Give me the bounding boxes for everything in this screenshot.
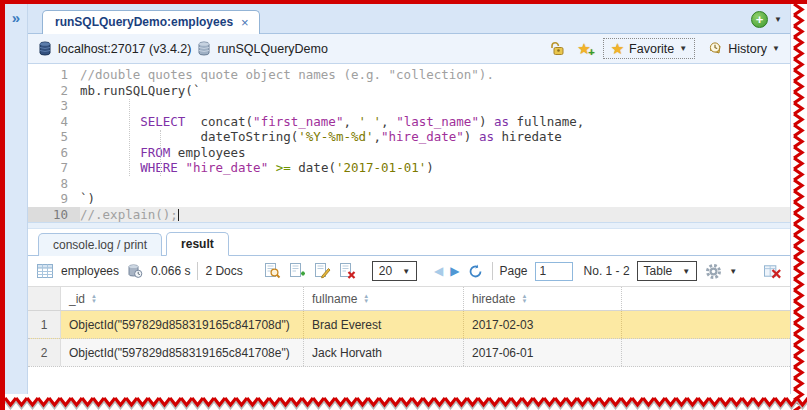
- code-line-6[interactable]: 6 FROM employees: [28, 145, 790, 161]
- code-line-7[interactable]: 7 WHERE "hire_date" >= date('2017-01-01'…: [28, 160, 790, 176]
- tab-label: runSQLQueryDemo:employees: [55, 15, 233, 29]
- page-label: Page: [500, 264, 528, 278]
- code-editor[interactable]: 1//double quotes quote object names (e.g…: [28, 64, 790, 222]
- line-number: 5: [28, 129, 80, 145]
- tab-bar-actions: + ▼: [751, 11, 782, 33]
- indent-guide: [160, 130, 161, 176]
- torn-edge-bottom: [5, 394, 807, 410]
- table-cell[interactable]: Jack Horvath: [304, 339, 464, 366]
- empty-area: [28, 367, 790, 394]
- left-sidebar: »: [5, 4, 28, 394]
- favorite-button[interactable]: ★ Favorite ▼: [603, 38, 696, 59]
- database-name[interactable]: runSQLQueryDemo: [217, 42, 327, 56]
- toolbar-divider: [197, 262, 198, 280]
- result-tab-strip: console.log / print result: [28, 229, 790, 256]
- connection-bar-actions: ★+ ★ Favorite ▼ History ▼: [549, 38, 780, 59]
- panel-splitter[interactable]: [28, 222, 790, 229]
- elapsed-time: 0.066 s: [151, 264, 190, 278]
- next-page-icon[interactable]: ▶: [450, 264, 459, 278]
- delete-document-icon[interactable]: [339, 262, 357, 280]
- sort-icon[interactable]: ▲▼: [363, 294, 369, 304]
- close-tab-icon[interactable]: ×: [241, 16, 249, 29]
- page-size-dropdown-icon: ▼: [402, 267, 410, 276]
- table-row-1[interactable]: 1ObjectId("597829d858319165c841708d")Bra…: [28, 311, 790, 339]
- app-window: » runSQLQueryDemo:employees × + ▼: [5, 4, 791, 394]
- add-document-icon[interactable]: [289, 262, 307, 280]
- line-number: 2: [28, 83, 80, 99]
- column-header-hiredate[interactable]: hiredate▲▼: [464, 287, 622, 310]
- view-document-icon[interactable]: [264, 262, 282, 280]
- code-line-2[interactable]: 2mb.runSQLQuery(`: [28, 83, 790, 99]
- history-dropdown-icon: ▼: [772, 44, 780, 53]
- refresh-icon[interactable]: [467, 262, 485, 280]
- code-line-4[interactable]: 4 SELECT concat("first_name", ' ', "last…: [28, 114, 790, 130]
- code-line-3[interactable]: 3: [28, 98, 790, 114]
- table-cell[interactable]: 2017-02-03: [464, 311, 622, 338]
- line-number: 8: [28, 176, 80, 192]
- column-header-id[interactable]: _id▲▼: [61, 287, 304, 310]
- column-label: hiredate: [472, 292, 515, 306]
- tab-runsqlquerydemo-employees[interactable]: runSQLQueryDemo:employees ×: [42, 10, 260, 34]
- line-number: 1: [28, 67, 80, 83]
- table-row-2[interactable]: 2ObjectId("597829d858319165c841708e")Jac…: [28, 339, 790, 367]
- view-mode-value: Table: [644, 264, 673, 278]
- settings-gear-icon[interactable]: [704, 262, 722, 280]
- view-mode-dropdown-icon: ▼: [682, 267, 690, 276]
- line-number: 4: [28, 114, 80, 130]
- indent-guide: [129, 99, 130, 176]
- prev-page-icon[interactable]: ◀: [434, 264, 443, 278]
- code-line-8[interactable]: 8: [28, 176, 790, 192]
- new-tab-dropdown-icon[interactable]: ▼: [774, 15, 782, 24]
- doc-count: 2 Docs: [205, 264, 242, 278]
- collection-name[interactable]: employees: [61, 264, 119, 278]
- main-area: runSQLQueryDemo:employees × + ▼ localhos…: [28, 4, 790, 394]
- table-cell[interactable]: 2017-06-01: [464, 339, 622, 366]
- table-cell[interactable]: ObjectId("597829d858319165c841708d"): [61, 311, 304, 338]
- elapsed-time-icon: [126, 262, 144, 280]
- row-number: 1: [28, 311, 61, 338]
- code-line-1[interactable]: 1//double quotes quote object names (e.g…: [28, 67, 790, 83]
- new-tab-button[interactable]: +: [751, 11, 768, 28]
- line-number: 6: [28, 145, 80, 161]
- code-line-9[interactable]: 9`): [28, 191, 790, 207]
- history-button[interactable]: History ▼: [707, 41, 780, 56]
- favorite-label: Favorite: [629, 42, 674, 56]
- tab-console-log[interactable]: console.log / print: [38, 233, 162, 256]
- line-number: 7: [28, 160, 80, 176]
- database-icon: [197, 41, 211, 56]
- history-clock-icon: [707, 41, 723, 56]
- column-label: _id: [69, 292, 85, 306]
- page-size-value: 20: [379, 264, 392, 278]
- page-number-input[interactable]: [535, 262, 573, 281]
- column-label: fullname: [312, 292, 357, 306]
- text-caret: [178, 209, 179, 221]
- line-number: 10: [28, 207, 80, 223]
- code-line-10[interactable]: 10//.explain();: [28, 207, 790, 223]
- hide-result-icon[interactable]: [764, 262, 782, 280]
- tab-result[interactable]: result: [166, 232, 229, 256]
- expand-sidebar-icon[interactable]: »: [12, 9, 20, 26]
- sort-icon[interactable]: ▲▼: [91, 294, 97, 304]
- row-number: 2: [28, 339, 61, 366]
- row-range: No. 1 - 2: [584, 264, 630, 278]
- code-line-5[interactable]: 5 dateToString('%Y-%m-%d',"hire_date") a…: [28, 129, 790, 145]
- collection-grid-icon: [36, 262, 54, 280]
- table-cell[interactable]: Brad Everest: [304, 311, 464, 338]
- unlock-icon[interactable]: [549, 41, 565, 56]
- page-size-select[interactable]: 20 ▼: [372, 261, 417, 281]
- edit-document-icon[interactable]: [314, 262, 332, 280]
- table-cell[interactable]: ObjectId("597829d858319165c841708e"): [61, 339, 304, 366]
- result-toolbar: employees 0.066 s 2 Docs: [28, 256, 790, 287]
- settings-dropdown-icon[interactable]: ▼: [729, 267, 737, 276]
- sort-icon[interactable]: ▲▼: [521, 294, 527, 304]
- view-mode-select[interactable]: Table ▼: [637, 261, 698, 281]
- screenshot-frame: » runSQLQueryDemo:employees × + ▼: [0, 0, 807, 410]
- connection-host[interactable]: localhost:27017 (v3.4.2): [58, 42, 191, 56]
- add-favorite-icon[interactable]: ★+: [577, 41, 590, 56]
- column-header-fullname[interactable]: fullname▲▼: [304, 287, 464, 310]
- server-database-icon: [38, 41, 52, 56]
- line-number: 9: [28, 191, 80, 207]
- star-icon: ★: [611, 41, 624, 56]
- result-table: _id▲▼fullname▲▼hiredate▲▼ 1ObjectId("597…: [28, 287, 790, 367]
- tab-bar: runSQLQueryDemo:employees × + ▼: [28, 4, 790, 34]
